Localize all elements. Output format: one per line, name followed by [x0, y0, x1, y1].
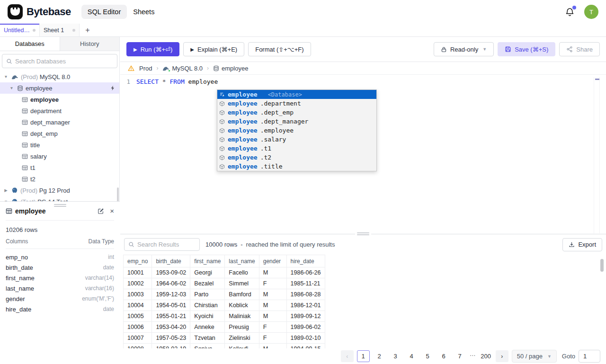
schema-panel-resize-handle[interactable]: [54, 203, 66, 208]
edit-schema-icon[interactable]: [98, 208, 104, 214]
table-cell[interactable]: F: [259, 278, 286, 289]
results-search-input[interactable]: [137, 241, 196, 248]
readonly-mode-button[interactable]: Read-only▼: [434, 42, 494, 56]
results-resize-handle[interactable]: [355, 231, 371, 236]
breadcrumb-env[interactable]: Prod: [139, 65, 152, 72]
autocomplete-item[interactable]: employee.salary: [217, 135, 376, 144]
chevron-right-icon[interactable]: ▶: [3, 188, 9, 193]
tree-item-pg-12-prod[interactable]: ▶(Prod) Pg 12 Prod: [0, 185, 119, 196]
table-cell[interactable]: Kyoichi: [190, 311, 225, 322]
tree-item-mysql-8-0[interactable]: ▼(Prod) MySQL 8.0: [0, 71, 119, 82]
table-row[interactable]: 100061953-04-20AnnekePreusigF1989-06-02: [124, 322, 606, 333]
page-button-3[interactable]: 3: [389, 350, 402, 362]
table-cell[interactable]: 1986-12-01: [286, 300, 325, 311]
column-header-last_name[interactable]: last_name: [225, 255, 259, 267]
table-cell[interactable]: 1964-06-02: [152, 278, 190, 289]
autocomplete-item[interactable]: employee.t2: [217, 153, 376, 162]
sql-editor[interactable]: 1 SELECT * FROM employee employee<Databa…: [120, 77, 606, 236]
tree-item-employee[interactable]: employee: [0, 94, 119, 105]
table-cell[interactable]: 1985-11-21: [286, 278, 325, 289]
table-cell[interactable]: Zielinski: [225, 333, 259, 344]
tree-item-t2[interactable]: t2: [0, 173, 119, 185]
table-cell[interactable]: Maliniak: [225, 311, 259, 322]
page-button-7[interactable]: 7: [454, 350, 466, 362]
column-header-birth_date[interactable]: birth_date: [152, 255, 190, 267]
breadcrumb-database[interactable]: employee: [213, 65, 248, 72]
table-row[interactable]: 100041954-05-01ChirstianKoblickM1986-12-…: [124, 300, 606, 311]
autocomplete-item[interactable]: employee.dept_emp: [217, 108, 376, 117]
table-cell[interactable]: 1957-05-23: [152, 333, 190, 344]
sheet-tab[interactable]: Sheet 1: [40, 24, 80, 36]
format-button[interactable]: Format (⇧+⌥+F): [248, 42, 311, 56]
table-row[interactable]: 100051955-01-21KyoichiMaliniakM1989-09-1…: [124, 311, 606, 322]
tree-item-employee[interactable]: ▼employee: [0, 82, 119, 94]
table-row[interactable]: 100011953-09-02GeorgiFacelloM1986-06-26: [124, 267, 606, 278]
page-button-4[interactable]: 4: [405, 350, 418, 362]
explain-button[interactable]: ▶Explain (⌘+E): [183, 42, 244, 56]
table-cell[interactable]: 1954-05-01: [152, 300, 190, 311]
page-button-200[interactable]: 200: [480, 350, 492, 362]
table-cell[interactable]: M: [259, 300, 286, 311]
table-cell[interactable]: Chirstian: [190, 300, 225, 311]
table-cell[interactable]: 1986-08-28: [286, 289, 325, 300]
autocomplete-item[interactable]: employee.title: [217, 162, 376, 171]
table-cell[interactable]: F: [259, 333, 286, 344]
sidebar-tab-databases[interactable]: Databases: [0, 37, 60, 51]
tree-item-dept_emp[interactable]: dept_emp: [0, 128, 119, 139]
page-size-select[interactable]: 50 / page ▼: [512, 350, 557, 363]
table-cell[interactable]: 10003: [124, 289, 152, 300]
table-cell[interactable]: Tzvetan: [190, 333, 225, 344]
export-button[interactable]: Export: [562, 238, 602, 251]
table-cell[interactable]: 10004: [124, 300, 152, 311]
page-button-1[interactable]: 1: [357, 350, 370, 362]
tree-item-department[interactable]: department: [0, 105, 119, 116]
autocomplete-item[interactable]: employee<Database>: [217, 90, 376, 99]
table-cell[interactable]: 1989-02-10: [286, 333, 325, 344]
tree-item-salary[interactable]: salary: [0, 151, 119, 162]
table-cell[interactable]: M: [259, 311, 286, 322]
table-cell[interactable]: 10007: [124, 333, 152, 344]
page-button-5[interactable]: 5: [421, 350, 434, 362]
next-page-button[interactable]: ›: [496, 350, 508, 362]
share-button[interactable]: Share: [559, 42, 600, 56]
table-cell[interactable]: Anneke: [190, 322, 225, 333]
close-icon[interactable]: ×: [110, 207, 114, 214]
nav-sql-editor[interactable]: SQL Editor: [81, 5, 127, 19]
table-cell[interactable]: Parto: [190, 289, 225, 300]
table-cell[interactable]: 1989-09-12: [286, 311, 325, 322]
column-header-emp_no[interactable]: emp_no: [124, 255, 152, 267]
autocomplete-item[interactable]: employee.employee: [217, 126, 376, 135]
table-cell[interactable]: Koblick: [225, 300, 259, 311]
table-cell[interactable]: 10002: [124, 278, 152, 289]
table-row[interactable]: 100031959-12-03PartoBamfordM1986-08-28: [124, 289, 606, 300]
table-cell[interactable]: Preusig: [225, 322, 259, 333]
table-cell[interactable]: 1989-06-02: [286, 322, 325, 333]
table-cell[interactable]: F: [259, 322, 286, 333]
autocomplete-item[interactable]: employee.department: [217, 99, 376, 108]
results-scrollbar[interactable]: [600, 259, 604, 272]
table-cell[interactable]: 1953-09-02: [152, 267, 190, 278]
table-cell[interactable]: Facello: [225, 267, 259, 278]
table-row[interactable]: 100021964-06-02BezalelSimmelF1985-11-21: [124, 278, 606, 289]
nav-sheets[interactable]: Sheets: [127, 5, 160, 19]
database-search-input[interactable]: [15, 58, 113, 65]
database-search[interactable]: [2, 54, 117, 68]
table-cell[interactable]: 1955-01-21: [152, 311, 190, 322]
chevron-down-icon[interactable]: ▼: [9, 86, 15, 90]
save-button[interactable]: Save (⌘+S): [498, 42, 555, 56]
page-button-6[interactable]: 6: [437, 350, 450, 362]
table-cell[interactable]: Georgi: [190, 267, 225, 278]
table-cell[interactable]: M: [259, 267, 286, 278]
run-button[interactable]: ▶Run (⌘+⏎): [126, 42, 179, 56]
tree-item-dept_manager[interactable]: dept_manager: [0, 116, 119, 128]
chevron-down-icon[interactable]: ▼: [3, 74, 9, 79]
connect-bolt-icon[interactable]: [110, 85, 116, 91]
table-cell[interactable]: 10005: [124, 311, 152, 322]
table-cell[interactable]: 1953-04-20: [152, 322, 190, 333]
autocomplete-item[interactable]: employee.t1: [217, 144, 376, 153]
avatar[interactable]: T: [584, 5, 598, 19]
table-cell[interactable]: 10006: [124, 322, 152, 333]
editor-minimap[interactable]: [594, 77, 600, 233]
sidebar-tab-history[interactable]: History: [60, 37, 120, 51]
table-cell[interactable]: 1986-06-26: [286, 267, 325, 278]
